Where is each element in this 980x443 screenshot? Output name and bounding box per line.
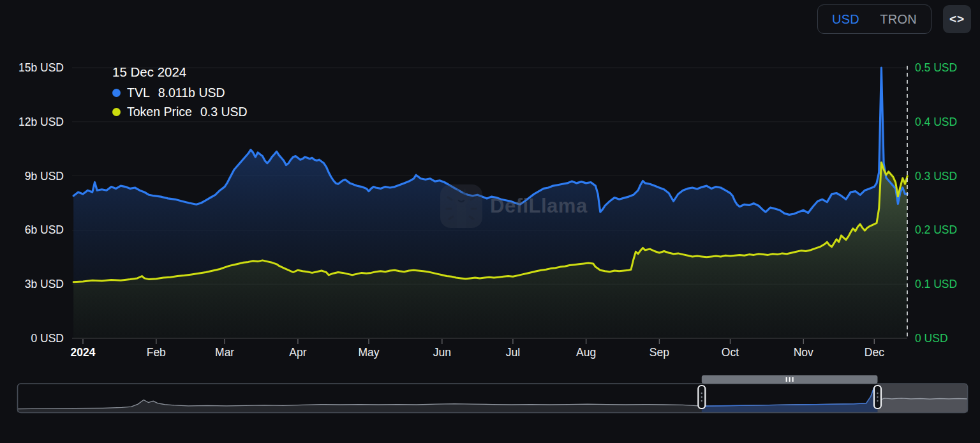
currency-option-tron[interactable]: TRON: [870, 7, 927, 32]
tooltip: 15 Dec 2024 TVL 8.011b USD Token Price 0…: [112, 64, 248, 119]
left-axis-tick: 0 USD: [0, 332, 64, 345]
right-axis-tick: 0.2 USD: [915, 223, 957, 237]
x-axis-month-label: Dec: [845, 346, 903, 359]
code-icon: <>: [949, 12, 965, 26]
header-controls: USD TRON <>: [817, 4, 971, 34]
tooltip-row-tvl: TVL 8.011b USD: [112, 86, 248, 100]
left-axis-tick: 6b USD: [0, 223, 64, 237]
x-axis-month-label: Jul: [484, 346, 542, 359]
brush-navigator[interactable]: [17, 375, 968, 413]
left-axis-tick: 3b USD: [0, 278, 64, 291]
currency-option-usd[interactable]: USD: [822, 7, 870, 32]
defillama-chart-page: { "header": { "currency_toggle": { "opti…: [0, 0, 980, 443]
left-axis-tick: 9b USD: [0, 170, 64, 183]
right-axis-tick: 0.3 USD: [915, 170, 957, 183]
x-axis-month-label: May: [340, 346, 397, 359]
brush-grip-icon: [786, 377, 794, 382]
x-axis-month-label: Feb: [128, 346, 185, 359]
x-axis-month-label: Nov: [775, 346, 832, 359]
currency-toggle[interactable]: USD TRON: [817, 4, 932, 34]
token-price-series-value: 0.3 USD: [200, 105, 248, 119]
left-axis-tick: 15b USD: [0, 61, 64, 75]
x-axis-month-label: Sep: [630, 346, 688, 359]
right-axis-tick: 0.4 USD: [915, 116, 957, 129]
token-price-series-dot: [112, 108, 121, 116]
tvl-series-dot: [112, 89, 121, 97]
x-axis-month-label: Mar: [196, 346, 253, 359]
tooltip-row-token-price: Token Price 0.3 USD: [112, 105, 248, 119]
x-axis-month-label: Apr: [269, 346, 327, 359]
right-axis-tick: 0.1 USD: [915, 278, 957, 291]
x-axis-month-label: Oct: [701, 346, 759, 359]
tooltip-date: 15 Dec 2024: [112, 64, 248, 80]
left-axis-tick: 12b USD: [0, 116, 64, 129]
tvl-series-label: TVL: [127, 86, 150, 100]
right-axis-tick: 0.5 USD: [915, 61, 957, 75]
tvl-series-value: 8.011b USD: [158, 86, 225, 100]
navigator-unselected-mask: [877, 384, 967, 413]
right-axis-tick: 0 USD: [915, 332, 948, 345]
x-axis-ticks: [83, 339, 874, 344]
x-axis-month-label: Aug: [558, 346, 615, 359]
brush-right-handle[interactable]: [874, 386, 881, 409]
brush-left-handle[interactable]: [698, 386, 705, 409]
x-axis-month-label: 2024: [54, 346, 112, 359]
embed-code-button[interactable]: <>: [943, 5, 971, 33]
token-price-series-label: Token Price: [127, 105, 192, 119]
x-axis-month-label: Jun: [413, 346, 471, 359]
